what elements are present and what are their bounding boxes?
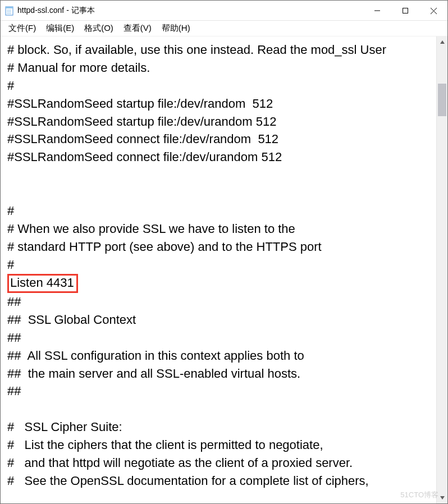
menu-format[interactable]: 格式(O) xyxy=(80,22,118,35)
menu-edit[interactable]: 编辑(E) xyxy=(42,22,79,35)
svg-marker-10 xyxy=(440,496,445,500)
content-wrap: # block. So, if available, use this one … xyxy=(1,36,447,503)
text-line: ## the main server and all SSL-enabled v… xyxy=(7,366,300,381)
highlighted-listen-line: Listen 4431 xyxy=(7,274,78,293)
text-line: # xyxy=(7,79,14,93)
menu-help[interactable]: 帮助(H) xyxy=(157,22,195,35)
text-line: # Manual for more details. xyxy=(7,61,150,75)
menu-bar: 文件(F) 编辑(E) 格式(O) 查看(V) 帮助(H) xyxy=(1,21,447,36)
text-line: # See the OpenSSL documentation for a co… xyxy=(7,474,369,488)
text-line: ## SSL Global Context xyxy=(7,313,136,327)
text-line: # block. So, if available, use this one … xyxy=(7,43,386,57)
maximize-button[interactable] xyxy=(391,1,419,21)
text-line: ## xyxy=(7,384,21,398)
menu-view[interactable]: 查看(V) xyxy=(119,22,156,35)
text-area[interactable]: # block. So, if available, use this one … xyxy=(1,36,436,503)
text-line: # SSL Cipher Suite: xyxy=(7,420,122,434)
text-line: ## xyxy=(7,331,21,345)
scroll-down-arrow-icon[interactable] xyxy=(437,492,447,503)
menu-file[interactable]: 文件(F) xyxy=(4,22,40,35)
text-line: ## All SSL configuration in this context… xyxy=(7,349,304,363)
window-title: httpd-ssl.conf - 记事本 xyxy=(17,6,363,16)
text-line: # List the ciphers that the client is pe… xyxy=(7,438,323,452)
text-line: # xyxy=(7,204,14,218)
scroll-thumb[interactable] xyxy=(438,84,446,116)
text-line: # standard HTTP port (see above) and to … xyxy=(7,240,322,254)
text-line: #SSLRandomSeed connect file:/dev/urandom… xyxy=(7,150,282,164)
text-line: # When we also provide SSL we have to li… xyxy=(7,222,295,236)
svg-rect-6 xyxy=(403,8,408,13)
svg-marker-9 xyxy=(440,40,445,44)
vertical-scrollbar[interactable] xyxy=(436,36,447,503)
text-line: #SSLRandomSeed startup file:/dev/urandom… xyxy=(7,114,276,129)
window-controls xyxy=(363,1,447,20)
minimize-button[interactable] xyxy=(363,1,391,21)
text-line: #SSLRandomSeed connect file:/dev/random … xyxy=(7,132,278,146)
text-line: ## xyxy=(7,295,21,309)
close-button[interactable] xyxy=(419,1,447,21)
title-bar: httpd-ssl.conf - 记事本 xyxy=(1,1,447,21)
svg-rect-1 xyxy=(6,7,13,8)
text-line: # xyxy=(7,258,14,272)
scroll-up-arrow-icon[interactable] xyxy=(437,36,447,48)
text-line: # and that httpd will negotiate as the c… xyxy=(7,456,353,470)
notepad-icon xyxy=(5,6,14,16)
text-line: #SSLRandomSeed startup file:/dev/random … xyxy=(7,97,273,111)
